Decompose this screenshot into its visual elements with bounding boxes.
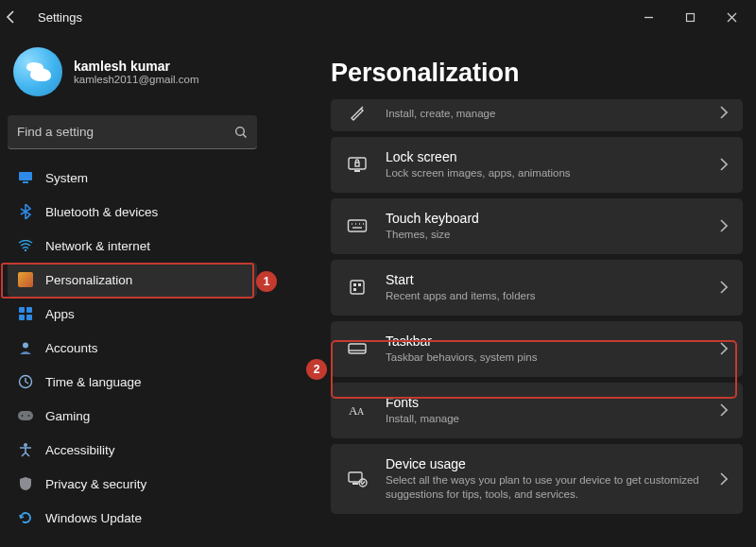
titlebar: Settings — [0, 0, 756, 34]
system-icon — [17, 169, 34, 186]
profile[interactable]: kamlesh kumar kamlesh2011@gmail.com — [8, 42, 257, 110]
nav-list: SystemBluetooth & devicesNetwork & inter… — [8, 161, 257, 535]
svg-rect-16 — [349, 220, 367, 231]
sidebar: kamlesh kumar kamlesh2011@gmail.com Syst… — [0, 34, 265, 547]
sidebar-item-label: Bluetooth & devices — [45, 205, 158, 219]
svg-rect-14 — [354, 170, 360, 172]
sidebar-item-apps[interactable]: Apps — [8, 297, 257, 331]
card-subtitle: Select all the ways you plan to use your… — [386, 473, 703, 502]
sidebar-item-gaming[interactable]: Gaming — [8, 399, 257, 433]
sidebar-item-label: Accessibility — [45, 443, 115, 457]
time-icon — [17, 373, 34, 390]
device-usage-icon — [346, 470, 369, 487]
sidebar-item-system[interactable]: System — [8, 161, 257, 195]
card-title: Start — [386, 272, 703, 287]
bluetooth-icon — [17, 203, 34, 220]
card-title: Device usage — [386, 456, 703, 471]
svg-rect-25 — [353, 288, 356, 291]
sidebar-item-personalization[interactable]: Personalization — [8, 263, 257, 297]
sidebar-item-label: Apps — [45, 307, 75, 321]
svg-point-11 — [28, 415, 30, 417]
svg-line-3 — [243, 134, 246, 137]
maximize-button[interactable] — [669, 3, 711, 31]
sidebar-item-label: Privacy & security — [45, 477, 146, 491]
search-input[interactable] — [17, 125, 234, 139]
main-panel: Personalization Install, create, manageL… — [265, 34, 756, 547]
start-icon — [346, 278, 369, 297]
chevron-right-icon — [720, 281, 728, 294]
sidebar-item-update[interactable]: Windows Update — [8, 501, 257, 535]
card-pen[interactable]: Install, create, manage — [331, 99, 743, 131]
pen-icon — [346, 103, 369, 122]
svg-rect-4 — [19, 172, 32, 180]
sidebar-item-network[interactable]: Network & internet — [8, 229, 257, 263]
sidebar-item-label: Time & language — [45, 375, 142, 389]
svg-point-7 — [23, 343, 28, 349]
personalization-icon — [17, 271, 34, 288]
profile-name: kamlesh kumar — [74, 59, 198, 74]
lockscreen-icon — [346, 156, 369, 173]
avatar — [13, 47, 62, 96]
chevron-right-icon — [720, 219, 728, 232]
sidebar-item-label: Personalization — [45, 273, 132, 287]
sidebar-item-label: Windows Update — [45, 511, 142, 525]
svg-rect-9 — [18, 411, 33, 420]
sidebar-item-accessibility[interactable]: Accessibility — [8, 433, 257, 467]
card-subtitle: Themes, size — [386, 228, 703, 242]
svg-rect-5 — [23, 181, 28, 183]
close-button[interactable] — [711, 3, 752, 31]
sidebar-item-label: System — [45, 171, 88, 185]
svg-text:A: A — [357, 406, 365, 417]
sidebar-item-time[interactable]: Time & language — [8, 365, 257, 399]
svg-point-2 — [236, 127, 245, 135]
chevron-right-icon — [720, 158, 728, 171]
minimize-button[interactable] — [627, 3, 669, 31]
search-input-wrap[interactable] — [8, 115, 257, 149]
chevron-right-icon — [720, 403, 728, 417]
sidebar-item-accounts[interactable]: Accounts — [8, 331, 257, 365]
card-device-usage[interactable]: Device usageSelect all the ways you plan… — [331, 444, 743, 514]
chevron-right-icon — [720, 342, 728, 355]
card-subtitle: Install, create, manage — [386, 107, 703, 121]
card-taskbar[interactable]: TaskbarTaskbar behaviors, system pins — [331, 321, 743, 377]
gaming-icon — [17, 407, 34, 424]
card-subtitle: Taskbar behaviors, system pins — [386, 350, 703, 365]
svg-point-10 — [22, 415, 24, 417]
svg-rect-23 — [353, 283, 356, 286]
card-keyboard[interactable]: Touch keyboardThemes, size — [331, 198, 743, 254]
sidebar-item-privacy[interactable]: Privacy & security — [8, 467, 257, 501]
network-icon — [17, 237, 34, 254]
card-subtitle: Lock screen images, apps, animations — [386, 166, 703, 180]
card-lockscreen[interactable]: Lock screenLock screen images, apps, ani… — [331, 137, 743, 193]
keyboard-icon — [346, 218, 369, 233]
search-icon — [234, 126, 248, 139]
annotation-badge-1: 1 — [256, 271, 277, 292]
apps-icon — [17, 305, 34, 322]
svg-point-6 — [25, 249, 26, 251]
card-title: Fonts — [386, 395, 703, 410]
svg-rect-22 — [351, 281, 364, 294]
sidebar-item-label: Gaming — [45, 409, 90, 423]
sidebar-item-bluetooth[interactable]: Bluetooth & devices — [8, 195, 257, 229]
card-title: Touch keyboard — [386, 211, 703, 226]
card-title: Lock screen — [386, 149, 703, 164]
svg-rect-31 — [352, 483, 358, 485]
taskbar-icon — [346, 341, 369, 356]
update-icon — [17, 509, 34, 526]
page-title: Personalization — [331, 59, 743, 88]
accessibility-icon — [17, 441, 34, 458]
back-button[interactable] — [4, 9, 34, 25]
card-subtitle: Install, manage — [386, 412, 703, 426]
card-fonts[interactable]: AAFontsInstall, manage — [331, 383, 743, 438]
annotation-badge-2: 2 — [306, 359, 327, 380]
accounts-icon — [17, 339, 34, 356]
card-title: Taskbar — [386, 333, 703, 349]
sidebar-item-label: Accounts — [45, 341, 98, 355]
profile-email: kamlesh2011@gmail.com — [74, 74, 198, 85]
svg-point-12 — [24, 443, 27, 447]
svg-rect-15 — [355, 162, 359, 166]
sidebar-item-label: Network & internet — [45, 239, 150, 253]
svg-rect-24 — [358, 283, 361, 286]
card-start[interactable]: StartRecent apps and items, folders — [331, 260, 743, 316]
svg-rect-26 — [349, 344, 366, 353]
